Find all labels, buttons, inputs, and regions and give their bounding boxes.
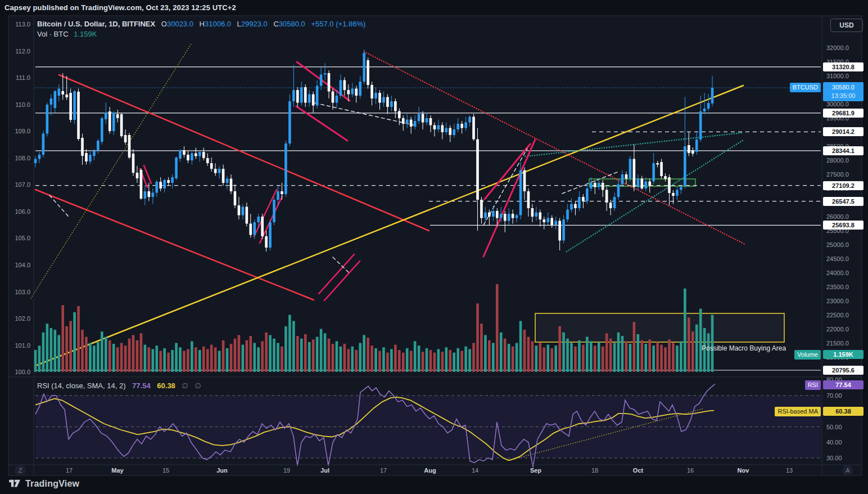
volume-bar bbox=[578, 340, 581, 372]
volume-bar bbox=[512, 347, 514, 372]
symbol-legend[interactable]: Bitcoin / U.S. Dollar, 1D, BITFINEX O300… bbox=[37, 20, 365, 28]
low-label: L bbox=[237, 20, 241, 28]
volume-bar bbox=[230, 344, 233, 372]
autoscale-button[interactable]: A bbox=[842, 465, 853, 476]
volume-bar bbox=[242, 345, 245, 372]
price-level-label: 20795.6 bbox=[823, 366, 864, 375]
axis-tick-label: 19 bbox=[283, 467, 290, 474]
axis-tick-label: 24000.0 bbox=[826, 270, 849, 276]
volume-bar bbox=[210, 345, 213, 372]
candle-body bbox=[531, 208, 534, 217]
candle-body bbox=[332, 92, 334, 103]
candle-body bbox=[195, 154, 197, 156]
candle-body bbox=[472, 117, 475, 140]
volume-bar bbox=[136, 340, 139, 372]
volume-bar bbox=[257, 347, 260, 372]
price-level-label: 29014.2 bbox=[823, 127, 864, 136]
candle-body bbox=[699, 111, 702, 140]
volume-bar bbox=[116, 347, 119, 372]
candle-body bbox=[430, 118, 432, 125]
candle-body bbox=[512, 214, 514, 218]
candle-body bbox=[308, 95, 311, 103]
volume-bar bbox=[167, 353, 170, 372]
volume-bar bbox=[265, 333, 268, 372]
candle-body bbox=[558, 221, 561, 241]
candle-body bbox=[711, 88, 714, 104]
volume-bar bbox=[574, 347, 577, 372]
volume-legend[interactable]: Vol · BTC 1.159K bbox=[37, 30, 97, 38]
publish-header: Capsey published on TradingView.com, Oct… bbox=[4, 3, 236, 12]
axis-tick-label: 23000.0 bbox=[826, 298, 849, 304]
volume-bar bbox=[621, 336, 624, 372]
volume-bar bbox=[633, 322, 636, 372]
volume-bar bbox=[535, 345, 538, 372]
volume-bar bbox=[637, 334, 640, 372]
volume-bar bbox=[707, 333, 710, 372]
volume-bar bbox=[140, 333, 143, 372]
candle-body bbox=[167, 180, 170, 183]
axis-tick-label: 17 bbox=[380, 467, 387, 474]
volume-bar bbox=[456, 348, 459, 372]
last-price: 30580.0 bbox=[823, 83, 864, 92]
volume-bar bbox=[374, 348, 377, 372]
currency-usd-button[interactable]: USD bbox=[830, 19, 863, 32]
volume-bar bbox=[430, 350, 432, 372]
axis-tick-label: 30000.0 bbox=[826, 101, 849, 107]
volume-bar bbox=[250, 336, 252, 372]
volume-bar bbox=[656, 342, 659, 372]
candle-body bbox=[175, 158, 178, 178]
candle-body bbox=[613, 197, 616, 208]
volume-bar bbox=[641, 340, 644, 372]
volume-bar bbox=[261, 341, 264, 372]
axis-tick-label: 21500.0 bbox=[826, 340, 849, 347]
volume-bar bbox=[676, 345, 679, 372]
candle-body bbox=[42, 134, 45, 155]
candle-body bbox=[198, 152, 201, 156]
volume-bar bbox=[159, 351, 162, 372]
candle-body bbox=[680, 187, 682, 190]
candle-body bbox=[707, 103, 710, 109]
candle-body bbox=[546, 218, 549, 223]
volume-bar bbox=[128, 339, 131, 372]
candle-body bbox=[602, 183, 604, 190]
price-chart-canvas[interactable]: 113.0112.0111.0110.0109.0108.0107.0106.0… bbox=[0, 0, 868, 494]
candle-body bbox=[50, 98, 53, 105]
volume-bar bbox=[668, 339, 671, 372]
candle-body bbox=[554, 221, 557, 226]
axis-tick-label: 100.0 bbox=[15, 369, 30, 375]
candle-body bbox=[566, 210, 569, 220]
rsi-legend[interactable]: RSI (14, close, SMA, 14, 2) 77.54 60.38 … bbox=[37, 381, 201, 390]
tradingview-logo[interactable]: TradingView bbox=[9, 479, 79, 489]
candle-body bbox=[242, 207, 245, 215]
candle-body bbox=[61, 91, 64, 95]
candle-body bbox=[660, 162, 663, 176]
timezone-button[interactable]: Z bbox=[15, 465, 26, 476]
candle-body bbox=[609, 203, 612, 208]
volume-bar bbox=[308, 342, 311, 372]
candle-body bbox=[112, 113, 115, 131]
volume-bar bbox=[312, 339, 315, 372]
volume-bar bbox=[488, 340, 491, 372]
candle-body bbox=[250, 224, 252, 235]
volume-bar bbox=[195, 347, 197, 372]
candle-body bbox=[460, 124, 463, 128]
candle-body bbox=[93, 151, 96, 156]
volume-bar bbox=[202, 347, 205, 372]
volume-bar bbox=[253, 343, 256, 372]
volume-bar bbox=[214, 347, 217, 372]
volume-bar bbox=[296, 336, 299, 372]
volume-bar bbox=[422, 352, 424, 372]
volume-bar bbox=[105, 337, 107, 372]
axis-tick-label: 40.00 bbox=[826, 439, 842, 446]
drawn-box[interactable] bbox=[535, 313, 784, 342]
candle-body bbox=[539, 213, 542, 220]
volume-bar bbox=[539, 343, 542, 372]
volume-bar bbox=[284, 326, 287, 372]
volume-bar bbox=[453, 353, 455, 372]
volume-bar bbox=[648, 339, 651, 372]
candle-body bbox=[437, 125, 440, 130]
candle-body bbox=[265, 236, 268, 248]
candle-body bbox=[578, 197, 581, 208]
axis-tick-label: 24500.0 bbox=[826, 255, 849, 262]
volume-bar bbox=[46, 324, 49, 372]
